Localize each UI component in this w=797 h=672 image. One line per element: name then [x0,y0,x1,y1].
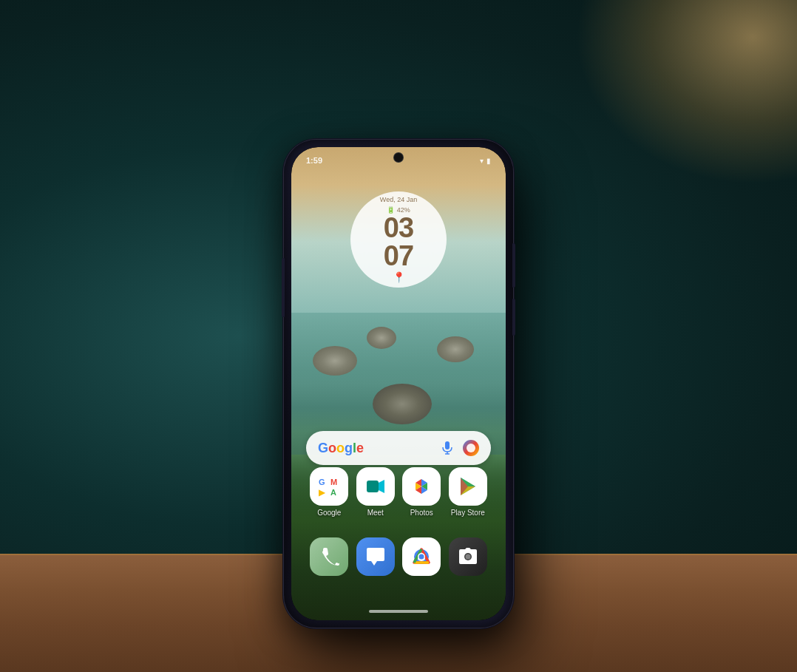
phone-app-icon[interactable] [310,537,348,576]
svg-point-20 [419,554,424,560]
google-lens-icon[interactable] [463,440,479,456]
google-app-icon[interactable]: G M ▶ A [310,467,348,506]
volume-down-button[interactable] [282,258,285,317]
chrome-app-icon[interactable] [402,537,441,576]
phone-wrapper: 1:59 ▾ ▮ Wed, 24 Jan 🔋 42% 03 [284,140,513,628]
status-time: 1:59 [306,156,322,165]
app-item-messages[interactable] [356,537,395,576]
clock-minute: 07 [384,242,413,270]
microphone-icon[interactable] [441,441,454,455]
app-item-photos[interactable]: Photos [402,467,441,517]
app-item-google[interactable]: G M ▶ A Google [310,467,348,517]
clock-time: 03 07 [384,214,413,270]
rock-4 [373,384,432,424]
phone-screen: 1:59 ▾ ▮ Wed, 24 Jan 🔋 42% 03 [291,147,506,620]
messages-app-icon[interactable] [356,537,395,576]
google-logo: Google [318,441,364,456]
meet-app-label: Meet [367,509,384,517]
google-app-label: Google [317,509,341,517]
clock-widget[interactable]: Wed, 24 Jan 🔋 42% 03 07 📍 [350,191,447,288]
app-item-meet[interactable]: Meet [356,467,395,517]
clock-date: Wed, 24 Jan [380,196,417,203]
home-indicator[interactable] [369,610,428,613]
phone-body: 1:59 ▾ ▮ Wed, 24 Jan 🔋 42% 03 [284,140,513,628]
camera-cutout [394,153,403,162]
svg-point-22 [465,554,470,560]
meet-app-icon[interactable] [356,467,395,506]
google-search-bar[interactable]: Google [306,431,491,465]
svg-rect-0 [445,441,450,449]
signal-icon: ▮ [486,157,491,165]
svg-text:▶: ▶ [319,488,326,497]
svg-rect-7 [367,481,379,492]
search-action-icons [441,440,479,456]
svg-text:M: M [330,478,337,486]
svg-text:G: G [319,478,325,486]
wifi-icon: ▾ [480,157,484,165]
clock-location: 📍 [393,271,405,283]
app-row-dock [306,537,491,576]
photos-app-label: Photos [410,509,433,517]
svg-marker-8 [379,480,384,493]
status-icons: ▾ ▮ [480,157,491,165]
app-item-camera[interactable] [449,537,487,576]
screen-bezel: 1:59 ▾ ▮ Wed, 24 Jan 🔋 42% 03 [291,147,506,620]
rock-3 [437,336,474,362]
clock-hour: 03 [384,214,413,242]
app-item-playstore[interactable]: Play Store [449,467,487,517]
scene: 1:59 ▾ ▮ Wed, 24 Jan 🔋 42% 03 [0,0,797,672]
lamp-glow [575,0,797,185]
photos-app-icon[interactable] [402,467,441,506]
volume-up-button[interactable] [512,299,515,336]
app-row-main: G M ▶ A Google [306,467,491,517]
app-item-chrome[interactable] [402,537,441,576]
power-button[interactable] [512,243,515,288]
svg-text:A: A [330,488,336,497]
rock-2 [367,327,396,349]
playstore-app-label: Play Store [451,509,485,517]
rock-1 [313,346,357,376]
app-item-phone[interactable] [310,537,348,576]
playstore-app-icon[interactable] [449,467,487,506]
camera-app-icon[interactable] [449,537,487,576]
